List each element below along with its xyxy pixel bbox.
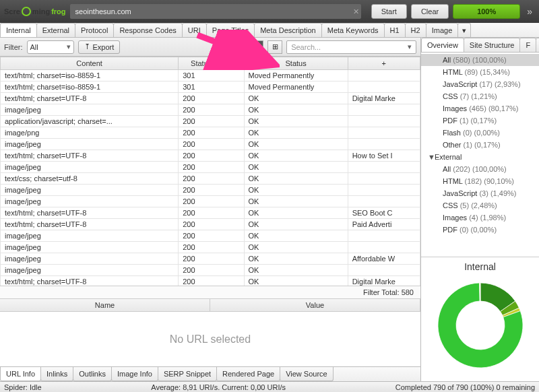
table-row[interactable]: text/html; charset=UTF-8200OKHow to Set … (1, 150, 420, 162)
table-row[interactable]: text/html; charset=UTF-8200OKDigital Mar… (1, 93, 420, 104)
overview-item-javascript[interactable]: JavaScript (3) (1,49%) (421, 187, 539, 199)
table-row[interactable]: image/jpeg200OKAffordable W (1, 253, 420, 265)
table-row[interactable]: image/jpeg200OK (1, 265, 420, 276)
overview-item-images[interactable]: Images (4) (1,98%) (421, 211, 539, 224)
overview-item-html[interactable]: HTML (89) (15,34%) (421, 66, 539, 78)
table-row[interactable]: image/jpeg200OK (1, 242, 420, 253)
bottom-tab-outlinks[interactable]: Outlinks (73, 367, 112, 381)
overview-item-all[interactable]: All (202) (100,00%) (421, 163, 539, 175)
side-tabs-more-icon[interactable]: ▾ (536, 38, 539, 52)
clear-button[interactable]: Clear (411, 4, 449, 19)
side-tab-overview[interactable]: Overview (421, 38, 464, 52)
side-tab-f[interactable]: F (519, 38, 536, 52)
donut-title: Internal (425, 261, 535, 272)
overview-item-other[interactable]: Other (1) (0,17%) (421, 139, 539, 151)
tab-uri[interactable]: URI (182, 23, 207, 37)
tab-external[interactable]: External (36, 23, 75, 37)
bottom-tab-rendered-page[interactable]: Rendered Page (216, 367, 280, 381)
results-table[interactable]: ContentStatus CodeStatus+text/html; char… (0, 57, 420, 286)
table-row[interactable]: image/jpeg200OK (1, 139, 420, 150)
main-tabs: InternalExternalProtocolResponse CodesUR… (0, 23, 539, 38)
table-row[interactable]: image/jpeg200OK (1, 230, 420, 242)
url-input[interactable] (70, 4, 361, 19)
table-row[interactable]: image/jpeg200OK (1, 196, 420, 207)
bottom-tab-url-info[interactable]: URL Info (0, 367, 41, 381)
overview-item-css[interactable]: CSS (5) (2,48%) (421, 199, 539, 211)
overview-item-pdf[interactable]: PDF (0) (0,00%) (421, 224, 539, 236)
table-row[interactable]: image/png200OK (1, 127, 420, 139)
overview-item-external[interactable]: ▼ External (421, 151, 539, 163)
side-tabs: OverviewSite StructureF▾ (421, 38, 539, 53)
bottom-tab-image-info[interactable]: Image Info (111, 367, 158, 381)
tab-meta-keywords[interactable]: Meta Keywords (321, 23, 385, 37)
crawl-speed: Average: 8,91 URI/s. Current: 0,00 URI/s (42, 383, 395, 391)
overview-item-html[interactable]: HTML (182) (90,10%) (421, 175, 539, 187)
donut-chart (430, 275, 531, 376)
top-bar: Scremingfrog ✕ Start Clear 100% » (0, 0, 539, 23)
table-row[interactable]: text/html; charset=iso-8859-1301Moved Pe… (1, 81, 420, 93)
list-view-icon[interactable]: ☰ (249, 40, 263, 54)
app-logo: Scremingfrog (4, 7, 66, 16)
filter-toolbar: Filter: All ⤒Export ☰ ⊞ Search... (0, 38, 420, 57)
tab-response-codes[interactable]: Response Codes (113, 23, 182, 37)
bottom-tab-serp-snippet[interactable]: SERP Snippet (158, 367, 217, 381)
upload-icon: ⤒ (84, 42, 90, 51)
tab-h2[interactable]: H2 (405, 23, 426, 37)
table-row[interactable]: text/html; charset=UTF-8200OKPaid Advert… (1, 219, 420, 230)
side-tab-site-structure[interactable]: Site Structure (464, 38, 521, 52)
table-row[interactable]: text/html; charset=UTF-8200OKSEO Boot C (1, 207, 420, 219)
search-input[interactable]: Search... (286, 40, 416, 54)
tab-page-titles[interactable]: Page Titles (206, 23, 255, 37)
bottom-tabs: URL InfoInlinksOutlinksImage InfoSERP Sn… (0, 366, 420, 381)
export-button[interactable]: ⤒Export (78, 40, 121, 54)
table-row[interactable]: image/jpeg200OK (1, 162, 420, 173)
overview-item-javascript[interactable]: JavaScript (17) (2,93%) (421, 78, 539, 90)
tabs-more-icon[interactable]: ▾ (457, 23, 471, 37)
donut-panel: Internal (421, 257, 539, 381)
filter-label: Filter: (4, 43, 23, 51)
crawl-progress: Completed 790 of 790 (100%) 0 remaining (395, 383, 535, 391)
table-row[interactable]: text/html; charset=iso-8859-1301Moved Pe… (1, 70, 420, 81)
overview-item-images[interactable]: Images (465) (80,17%) (421, 102, 539, 115)
col-content[interactable]: Content (1, 57, 179, 70)
table-row[interactable]: image/jpeg200OK (1, 104, 420, 116)
tab-protocol[interactable]: Protocol (75, 23, 114, 37)
table-row[interactable]: application/javascript; charset=...200OK (1, 116, 420, 127)
tab-internal[interactable]: Internal (0, 23, 37, 37)
spider-status: Spider: Idle (4, 383, 42, 391)
clear-url-icon[interactable]: ✕ (350, 7, 362, 16)
status-bar: Spider: Idle Average: 8,91 URI/s. Curren… (0, 381, 539, 392)
table-row[interactable]: text/css; charset=utf-8200OK (1, 173, 420, 185)
detail-header: Name Value (0, 298, 420, 312)
overview-item-css[interactable]: CSS (7) (1,21%) (421, 90, 539, 102)
start-button[interactable]: Start (371, 4, 407, 19)
overview-item-flash[interactable]: Flash (0) (0,00%) (421, 127, 539, 139)
progress-bar: 100% (453, 4, 520, 19)
frog-icon (22, 7, 31, 16)
detail-body: No URL selected (0, 312, 420, 366)
tab-h1[interactable]: H1 (384, 23, 406, 37)
overview-item-all[interactable]: All (580) (100,00%) (421, 54, 539, 66)
chevron-right-icon[interactable]: » (524, 6, 535, 17)
detail-col-name: Name (0, 299, 210, 311)
overview-list[interactable]: All (580) (100,00%)HTML (89) (15,34%)Jav… (421, 53, 539, 257)
filter-select[interactable]: All (27, 40, 74, 54)
tab-image[interactable]: Image (426, 23, 459, 37)
table-row[interactable]: text/html; charset=UTF-8200OKDigital Mar… (1, 276, 420, 286)
overview-item-pdf[interactable]: PDF (1) (0,17%) (421, 115, 539, 127)
filter-total: Filter Total: 580 (0, 286, 420, 298)
bottom-tab-inlinks[interactable]: Inlinks (40, 367, 73, 381)
col-status-code[interactable]: Status Code (179, 57, 244, 70)
table-row[interactable]: image/jpeg200OK (1, 185, 420, 196)
tab-meta-description[interactable]: Meta Description (254, 23, 322, 37)
detail-col-value: Value (210, 299, 420, 311)
donut-slice-other (480, 283, 480, 301)
col-add[interactable]: + (348, 57, 420, 70)
bottom-tab-view-source[interactable]: View Source (280, 367, 334, 381)
col-status[interactable]: Status (244, 57, 348, 70)
tree-view-icon[interactable]: ⊞ (267, 40, 282, 54)
